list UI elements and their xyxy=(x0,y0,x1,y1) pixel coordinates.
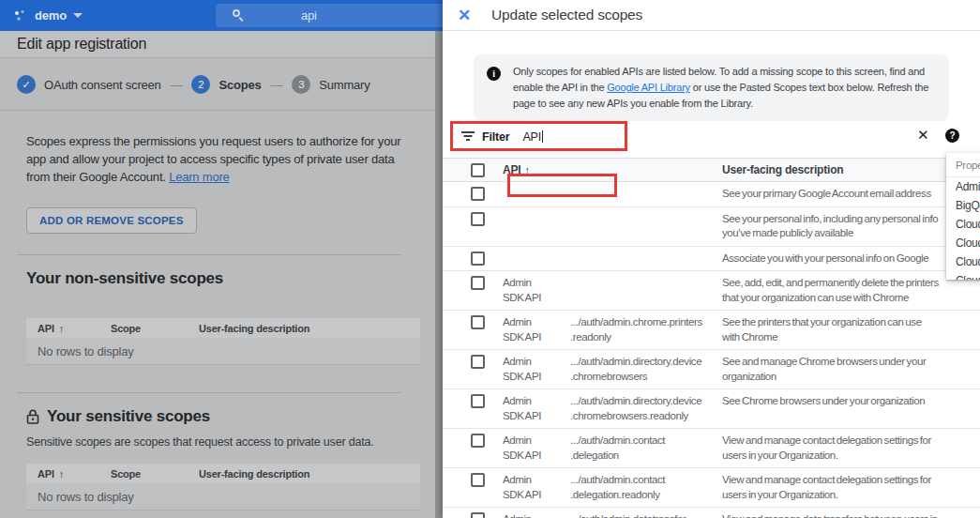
row-checkbox[interactable] xyxy=(471,251,485,266)
scope-row[interactable]: Admin SDK API .../auth/admin.chrome.prin… xyxy=(443,311,980,350)
scope-row[interactable]: Associate you with your personal info on… xyxy=(443,247,980,272)
panel-title: Update selected scopes xyxy=(491,7,642,23)
search-icon xyxy=(233,9,245,22)
description-column-header: User-facing description xyxy=(199,323,309,334)
sensitive-empty-row: No rows to display xyxy=(26,483,420,510)
row-checkbox[interactable] xyxy=(471,187,485,201)
left-pane-backdrop: demo api Edit app registration ✓ OAuth c… xyxy=(0,0,443,518)
scope-row[interactable]: Admin SDK API .../auth/admin.datatransfe… xyxy=(443,508,980,518)
help-icon[interactable]: ? xyxy=(945,129,959,143)
filter-icon xyxy=(461,131,475,142)
non-sensitive-table-header: API↑ Scope User-facing description xyxy=(26,318,420,338)
sensitive-table-header: API↑ Scope User-facing description xyxy=(26,464,420,483)
filter-input[interactable]: API xyxy=(522,130,543,144)
divider xyxy=(17,392,401,393)
row-checkbox[interactable] xyxy=(471,394,485,408)
scope-row[interactable]: See your personal info, including any pe… xyxy=(443,207,980,247)
left-content: Scopes express the permissions you reque… xyxy=(0,112,433,518)
step-dash: — xyxy=(271,78,283,92)
sort-ascending-icon: ↑ xyxy=(59,323,64,334)
sort-ascending-icon: ↑ xyxy=(524,164,529,175)
sensitive-scopes-heading: Your sensitive scopes xyxy=(26,407,210,426)
gcp-console-screen: demo api Edit app registration ✓ OAuth c… xyxy=(0,0,980,518)
lock-icon xyxy=(26,409,39,424)
clear-filter-icon[interactable]: ✕ xyxy=(917,127,928,144)
non-sensitive-empty-row: No rows to display xyxy=(26,338,420,365)
dropdown-item-bigquery-api[interactable]: BigQuery API xyxy=(946,196,980,215)
left-pane-scrollbar[interactable] xyxy=(435,31,443,518)
api-column-header[interactable]: API↑ xyxy=(503,163,570,176)
scope-row[interactable]: Admin SDK API .../auth/admin.directory.d… xyxy=(443,389,980,429)
scopes-table-header: API↑ User-facing description xyxy=(443,158,980,182)
top-navbar: demo api xyxy=(0,0,443,31)
row-checkbox[interactable] xyxy=(471,212,485,226)
row-checkbox[interactable] xyxy=(471,315,485,329)
update-scopes-panel: ✕ Update selected scopes i Only scopes f… xyxy=(443,0,980,518)
description-column-header: User-facing description xyxy=(722,163,971,176)
scopes-table: API↑ User-facing description See your pr… xyxy=(443,158,980,518)
learn-more-link[interactable]: Learn more xyxy=(169,170,229,184)
scope-row[interactable]: See your primary Google Account email ad… xyxy=(443,182,980,207)
select-all-checkbox[interactable] xyxy=(471,163,485,177)
divider xyxy=(17,254,401,255)
dropdown-item-cloud-logging-api[interactable]: Cloud Logging API xyxy=(946,252,980,271)
scope-row[interactable]: Admin SDK API .../auth/admin.contact .de… xyxy=(443,429,980,468)
step-summary[interactable]: 3 Summary xyxy=(292,75,369,94)
chevron-down-icon xyxy=(73,13,83,18)
project-selector[interactable]: demo xyxy=(13,8,83,23)
page-header: Edit app registration xyxy=(0,31,443,58)
dropdown-group-label: Properties (Not all matches may be shown… xyxy=(946,153,980,177)
scope-column-header: Scope xyxy=(111,323,199,334)
dropdown-item-cloud-debugger-api[interactable]: Cloud Debugger API xyxy=(946,234,980,252)
panel-header: ✕ Update selected scopes xyxy=(443,0,980,31)
row-checkbox[interactable] xyxy=(471,512,485,518)
project-icon xyxy=(13,8,28,23)
close-icon[interactable]: ✕ xyxy=(458,8,471,23)
search-input[interactable]: api xyxy=(216,4,443,27)
sort-ascending-icon: ↑ xyxy=(59,468,64,480)
dropdown-item-admin-sdk-api[interactable]: Admin SDK API xyxy=(946,177,980,196)
api-column-header[interactable]: API↑ xyxy=(38,468,111,480)
info-icon: i xyxy=(487,67,501,81)
info-banner: i Only scopes for enabled APIs are liste… xyxy=(474,54,949,121)
dropdown-item-cloud-datastore-api[interactable]: Cloud Datastore API xyxy=(946,215,980,234)
scope-column-header: Scope xyxy=(111,468,199,480)
row-checkbox[interactable] xyxy=(471,276,485,290)
scopes-intro-text: Scopes express the permissions you reque… xyxy=(26,132,405,186)
non-sensitive-scopes-heading: Your non-sensitive scopes xyxy=(26,269,223,288)
google-api-library-link[interactable]: Google API Library xyxy=(607,82,690,93)
text-cursor xyxy=(542,130,543,143)
dropdown-item-cloud-trace-api[interactable]: Cloud Trace API xyxy=(946,271,980,280)
filter-autocomplete-dropdown: Properties (Not all matches may be shown… xyxy=(946,153,980,280)
add-or-remove-scopes-button[interactable]: ADD OR REMOVE SCOPES xyxy=(26,207,197,234)
row-checkbox[interactable] xyxy=(471,434,485,448)
sensitive-scopes-subheading: Sensitive scopes are scopes that request… xyxy=(26,435,373,449)
stepper: ✓ OAuth consent screen — 2 Scopes — 3 Su… xyxy=(0,59,443,111)
search-value: api xyxy=(301,8,317,23)
scope-row[interactable]: Admin SDK API See, add, edit, and perman… xyxy=(443,271,980,311)
page-title: Edit app registration xyxy=(17,36,146,53)
project-name: demo xyxy=(35,8,67,23)
row-checkbox[interactable] xyxy=(471,355,485,369)
filter-label: Filter xyxy=(482,130,509,144)
scope-row[interactable]: Admin SDK API .../auth/admin.directory.d… xyxy=(443,350,980,389)
step-check-icon: ✓ xyxy=(17,75,36,94)
description-column-header: User-facing description xyxy=(199,468,309,480)
step-oauth-consent-screen[interactable]: ✓ OAuth consent screen xyxy=(17,75,161,94)
step-dash: — xyxy=(171,78,183,92)
api-column-header[interactable]: API↑ xyxy=(38,323,111,334)
step-scopes[interactable]: 2 Scopes xyxy=(191,75,261,94)
scope-row[interactable]: Admin SDK API .../auth/admin.contact .de… xyxy=(443,468,980,508)
filter-bar: Filter API ✕ ? xyxy=(443,122,980,151)
row-checkbox[interactable] xyxy=(471,473,485,487)
